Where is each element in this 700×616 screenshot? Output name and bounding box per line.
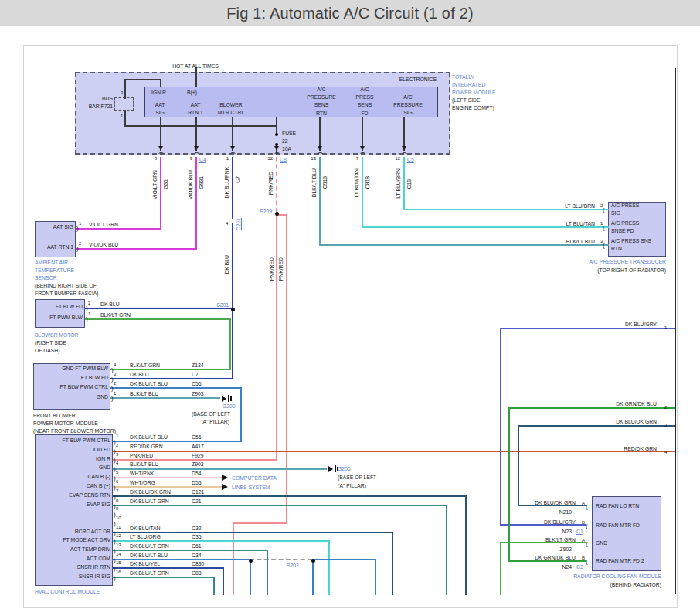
connector-arc-icon xyxy=(274,152,280,159)
text-label: DK BLU/TAN xyxy=(130,525,161,533)
text-label: RADIATOR COOLING FAN MODULE xyxy=(573,573,661,580)
text-label: 12 xyxy=(267,155,273,162)
text-label: DK BLU/LT BLU xyxy=(130,380,168,388)
text-label: 3 xyxy=(114,371,116,378)
text-label: A xyxy=(582,537,585,544)
text-label: SENSOR xyxy=(35,274,57,282)
text-label: C8 xyxy=(280,156,287,164)
text-label: RCRC ACT DR xyxy=(75,528,110,536)
text-label: G200 xyxy=(338,465,351,473)
text-label: 1 xyxy=(114,390,116,397)
text-label: A/C PRESS SIG xyxy=(611,202,639,217)
text-label: (NEAR FRONT BLOWER MOTOR) xyxy=(33,427,116,435)
text-label: A xyxy=(582,500,585,507)
wire-segment xyxy=(110,378,233,379)
text-label: C56 xyxy=(192,380,201,388)
text-label: A/C PRESS SNS RTN xyxy=(611,237,651,253)
text-label: DK BLU/GRY xyxy=(544,519,576,526)
text-label: VIO/LT GRN xyxy=(151,170,159,199)
text-label: 15 xyxy=(116,560,121,567)
text-label: POWER MODULE xyxy=(452,89,496,97)
text-label: BUS BAR F721 xyxy=(89,95,113,111)
text-label: CAN B (-) xyxy=(88,473,110,481)
text-label: DK BLU/LT GRN xyxy=(130,498,169,505)
text-label: C830 xyxy=(192,560,204,568)
connector-arc-icon xyxy=(401,152,408,159)
text-label: C1 xyxy=(576,528,583,536)
wire-segment xyxy=(375,559,376,595)
bus-bar-box xyxy=(114,97,134,111)
text-label: 3 xyxy=(116,451,118,458)
text-label: PNK/RED xyxy=(267,172,275,195)
text-label: C35 xyxy=(192,533,201,541)
text-label: 12 xyxy=(395,155,400,162)
text-label: ( xyxy=(586,502,588,512)
wire-segment xyxy=(319,157,321,246)
arrow-down-icon xyxy=(402,146,406,151)
ground-symbol-icon xyxy=(222,395,232,402)
text-label: 3 xyxy=(121,90,123,97)
connector-arc-icon xyxy=(193,152,200,159)
wire-segment xyxy=(312,559,314,595)
connector-arc-icon xyxy=(158,152,165,159)
wire-segment xyxy=(110,369,230,370)
wiring-diagram-viewer: Fig 1: Automatic A/C Circuit (1 of 2) HO… xyxy=(0,0,700,616)
text-label: 4 xyxy=(226,220,228,227)
text-label: C83 xyxy=(192,570,201,577)
text-label: ( xyxy=(586,522,588,531)
text-label: BLK/LT GRN xyxy=(100,311,131,319)
text-label: C4 xyxy=(199,156,206,164)
text-label: BLK/LT BLU xyxy=(130,461,158,468)
connector-arc-icon xyxy=(359,152,366,159)
text-label: BLOWER MTR CTRL xyxy=(218,101,244,117)
text-label: 1 xyxy=(664,325,667,332)
text-label: GND FT PWM BLW xyxy=(62,365,108,373)
text-label: F929 xyxy=(192,452,204,460)
text-label: (BASE OF LEFT xyxy=(338,474,376,482)
text-label: DK BLU/DK GRN xyxy=(616,418,657,426)
text-label: C2 xyxy=(576,563,583,571)
wire-segment xyxy=(213,577,215,595)
text-label: FT BLW PWM CTRL xyxy=(63,437,110,444)
text-label: (TOP RIGHT OF RADIATOR) xyxy=(597,267,666,274)
text-label: C32 xyxy=(192,525,201,533)
text-label: C918 xyxy=(321,176,329,189)
wire-segment xyxy=(276,157,277,213)
text-label: GND xyxy=(596,539,607,547)
text-label: BLK/LT BLU xyxy=(566,238,595,246)
wire-segment xyxy=(276,213,277,461)
wire-segment xyxy=(110,397,220,399)
text-label: 4 xyxy=(114,362,116,369)
wire-segment xyxy=(319,244,609,246)
text-label: GND xyxy=(97,393,108,401)
text-label: HVAC CONTROL MODULE xyxy=(35,588,100,596)
text-label: ( xyxy=(603,241,605,250)
text-label: 7 xyxy=(116,488,118,495)
text-label: A/C PRESSURE SIG xyxy=(393,94,422,117)
wire-segment xyxy=(250,559,251,595)
text-label: 1 xyxy=(88,311,90,318)
arrow-down-icon xyxy=(274,146,279,151)
text-label: A/C PRESS SNSE FD xyxy=(611,220,639,235)
wire-segment xyxy=(240,387,242,442)
wire-segment xyxy=(675,68,676,594)
text-label: TOTALLY xyxy=(452,73,474,81)
text-label: D54 xyxy=(192,470,201,478)
text-label: 4 xyxy=(664,449,667,456)
text-label: BLK/LT GRN xyxy=(130,362,160,369)
text-label: RED/DK GRN xyxy=(130,443,163,451)
connector-arc-icon xyxy=(229,152,236,159)
arrow-down-icon xyxy=(230,146,235,151)
text-label: 8 xyxy=(116,497,118,504)
wire-segment xyxy=(223,567,224,595)
text-label: DK BLU xyxy=(130,371,149,379)
text-label: LT BLU/TAN xyxy=(353,168,361,197)
text-label: S201 xyxy=(216,301,229,309)
text-label: FT PWM BLW xyxy=(49,314,83,322)
text-label: AAT SIG xyxy=(53,223,73,231)
text-label: B(+) xyxy=(187,89,197,97)
text-label: COMPUTER DATA xyxy=(232,475,277,482)
text-label: (BEHIND RADIATOR) xyxy=(610,581,661,589)
text-label: D55 xyxy=(192,479,201,487)
text-label: (BEHIND RIGHT SIDE OF xyxy=(35,282,97,290)
